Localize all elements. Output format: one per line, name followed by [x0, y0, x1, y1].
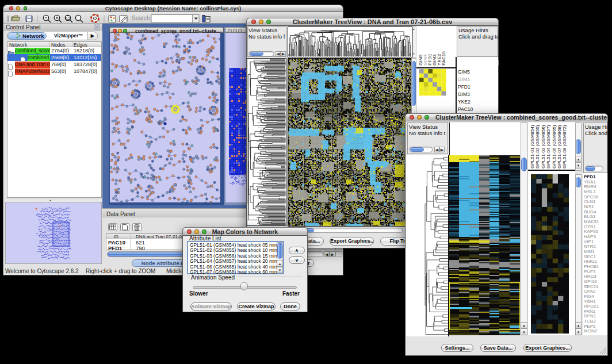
svg-text:Search:: Search: [132, 15, 151, 21]
svg-text:1:1: 1:1 [66, 17, 70, 20]
